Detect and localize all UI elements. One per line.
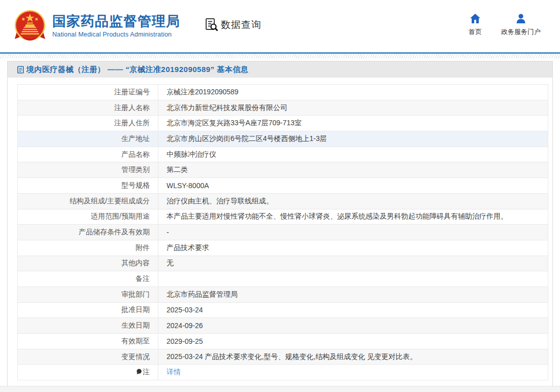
info-table-body: 注册证编号京械注准20192090589注册人名称北京伟力新世纪科技发展股份有限… (18, 85, 548, 380)
row-label-text: 管理类别 (121, 165, 150, 173)
row-label: 适用范围/预期用途 (18, 209, 158, 225)
row-label: 注册人名称 (18, 100, 158, 116)
breadcrumb-text: 境内医疗器械（注册） —— “京械注准20192090589” 基本信息 (26, 65, 248, 75)
row-label: 备注 (18, 271, 158, 287)
table-row: 产品储存条件及有效期- (18, 225, 548, 240)
nav-service-portal-label: 政务服务门户 (501, 27, 541, 37)
row-label: 其他内容 (18, 256, 158, 271)
info-table: 注册证编号京械注准20192090589注册人名称北京伟力新世纪科技发展股份有限… (17, 84, 548, 380)
table-row: 注册人住所北京市海淀区复兴路33号A座7层709-713室 (18, 116, 548, 131)
row-label-text: 生产地址 (121, 134, 150, 142)
table-row: 型号规格WLSY-8000A (18, 178, 548, 194)
table-row: 注册人名称北京伟力新世纪科技发展股份有限公司 (18, 100, 548, 116)
row-label: 附件 (18, 240, 158, 256)
row-label-text: 备注 (136, 274, 150, 282)
site-header: 国家药品监督管理局 National Medical Products Admi… (0, 0, 560, 52)
content-panel: 境内医疗器械（注册） —— “京械注准20192090589” 基本信息 注册证… (7, 61, 553, 386)
panel-body: 注册证编号京械注准20192090589注册人名称北京伟力新世纪科技发展股份有限… (8, 78, 552, 386)
row-value: 2025-03-24 产品技术要求变化,型号、规格变化,结构及组成变化 见变更对… (158, 349, 548, 365)
site-titles: 国家药品监督管理局 National Medical Products Admi… (52, 14, 180, 38)
table-row: 生产地址北京市房山区沙岗街6号院二区4号楼西侧地上1-3层 (18, 131, 548, 147)
row-label: 批准日期 (18, 302, 158, 318)
logo-area: 国家药品监督管理局 National Medical Products Admi… (14, 10, 261, 43)
row-label: 型号规格 (18, 178, 158, 194)
top-nav: 首页 政务服务门户 (469, 13, 541, 37)
row-label: 产品名称 (18, 147, 158, 162)
row-label-text: 结构及组成/主要组成成分 (70, 197, 150, 205)
table-row: 产品名称中频脉冲治疗仪 (18, 147, 548, 162)
document-icon (17, 66, 24, 74)
row-label: 注 (18, 365, 158, 380)
row-value: 京械注准20192090589 (158, 85, 548, 100)
table-row: 其他内容无 (18, 256, 548, 271)
note-balloon-icon (136, 369, 142, 375)
row-label: 有效期至 (18, 334, 158, 349)
row-value: 第二类 (158, 162, 548, 178)
table-row: 管理类别第二类 (18, 162, 548, 178)
row-label: 生效日期 (18, 318, 158, 334)
row-label: 审批部门 (18, 287, 158, 302)
data-query-icon (205, 18, 218, 31)
data-query-section[interactable]: 数据查询 (205, 18, 261, 31)
row-value: 无 (158, 256, 548, 271)
row-label-text: 型号规格 (121, 181, 150, 189)
row-value: 北京市房山区沙岗街6号院二区4号楼西侧地上1-3层 (158, 131, 548, 147)
national-emblem-logo (14, 10, 46, 43)
table-row: 备注 (18, 271, 548, 287)
row-value: 产品技术要求 (158, 240, 548, 256)
table-row: 变更情况2025-03-24 产品技术要求变化,型号、规格变化,结构及组成变化 … (18, 349, 548, 365)
row-label: 结构及组成/主要组成成分 (18, 193, 158, 209)
row-value: 2025-03-24 (158, 302, 548, 318)
row-value: 中频脉冲治疗仪 (158, 147, 548, 162)
home-icon (470, 13, 481, 24)
table-row: 生效日期2024-09-26 (18, 318, 548, 334)
table-row: 适用范围/预期用途本产品主要适用对慢性肾功能不全、慢性肾小球肾炎、泌尿系统感染及… (18, 209, 548, 225)
nav-home[interactable]: 首页 (469, 13, 482, 37)
table-row: 有效期至2029-09-25 (18, 334, 548, 349)
row-value: 治疗仪由主机、治疗导联线组成。 (158, 193, 548, 209)
row-label-text: 注 (143, 368, 150, 376)
site-title: 国家药品监督管理局 (52, 14, 180, 29)
row-label-text: 适用范围/预期用途 (91, 212, 150, 220)
row-label-text: 注册证编号 (114, 88, 150, 96)
user-icon (515, 13, 526, 24)
row-label-text: 变更情况 (121, 352, 150, 361)
breadcrumb: 境内医疗器械（注册） —— “京械注准20192090589” 基本信息 (8, 61, 552, 78)
row-value: 北京市药品监督管理局 (158, 287, 548, 302)
footer-strip (0, 386, 560, 392)
row-value: 本产品主要适用对慢性肾功能不全、慢性肾小球肾炎、泌尿系统感染及男科勃起功能障碍具… (158, 209, 548, 225)
row-value: 北京市海淀区复兴路33号A座7层709-713室 (158, 116, 548, 131)
row-value (158, 271, 548, 287)
row-label: 产品储存条件及有效期 (18, 225, 158, 240)
page: 国家药品监督管理局 National Medical Products Admi… (0, 0, 560, 386)
table-row: 注册证编号京械注准20192090589 (18, 85, 548, 100)
table-row: 批准日期2025-03-24 (18, 302, 548, 318)
nav-service-portal[interactable]: 政务服务门户 (501, 13, 541, 37)
table-row: 注详情 (18, 365, 548, 380)
table-row: 审批部门北京市药品监督管理局 (18, 287, 548, 302)
row-label: 注册人住所 (18, 116, 158, 131)
row-value: WLSY-8000A (158, 178, 548, 194)
table-row: 结构及组成/主要组成成分治疗仪由主机、治疗导联线组成。 (18, 193, 548, 209)
row-value: 2029-09-25 (158, 334, 548, 349)
site-subtitle: National Medical Products Administration (52, 31, 180, 38)
row-label-text: 批准日期 (121, 305, 150, 313)
row-label-text: 产品名称 (121, 150, 150, 158)
detail-link[interactable]: 详情 (167, 368, 181, 376)
row-label-text: 注册人名称 (114, 103, 150, 112)
row-value: - (158, 225, 548, 240)
row-label: 变更情况 (18, 349, 158, 365)
row-label-text: 注册人住所 (114, 119, 150, 127)
data-query-label: 数据查询 (221, 18, 261, 31)
row-value: 北京伟力新世纪科技发展股份有限公司 (158, 100, 548, 116)
nav-home-label: 首页 (469, 27, 482, 37)
row-value: 详情 (158, 365, 548, 380)
row-value: 2024-09-26 (158, 318, 548, 334)
row-label-text: 有效期至 (121, 337, 150, 345)
row-label-text: 其他内容 (121, 259, 150, 267)
row-label: 注册证编号 (18, 85, 158, 100)
row-label-text: 产品储存条件及有效期 (79, 228, 150, 236)
table-row: 附件产品技术要求 (18, 240, 548, 256)
row-label-text: 生效日期 (121, 321, 150, 329)
row-label: 管理类别 (18, 162, 158, 178)
